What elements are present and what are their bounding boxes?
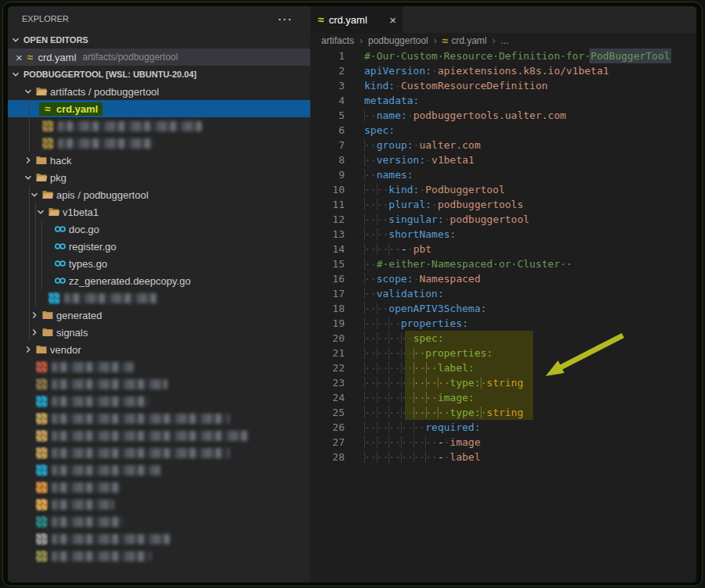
code-line-text[interactable]: ············image:	[345, 390, 474, 405]
line-number[interactable]: 3	[310, 78, 345, 93]
line-number[interactable]: 11	[310, 197, 345, 212]
code-line-text[interactable]: ····openAPIV3Schema:	[345, 301, 487, 316]
code-line-text[interactable]: ··#·either·Namespaced·or·Cluster··	[345, 256, 572, 271]
line-number[interactable]: 1	[310, 48, 345, 63]
line-number[interactable]: 10	[310, 182, 345, 197]
code-line-text[interactable]: ····singular:·podbuggertool	[345, 212, 529, 227]
code-line-text[interactable]: ············label:	[345, 360, 474, 375]
open-editors-header[interactable]: OPEN EDITORS	[8, 31, 310, 48]
tree-item-redacted[interactable]	[8, 134, 310, 152]
code-line-text[interactable]: ········spec:	[345, 331, 444, 346]
tree-item-redacted[interactable]	[8, 530, 310, 547]
code-line-text[interactable]: ············-·image	[345, 435, 481, 450]
line-number[interactable]: 12	[310, 212, 345, 227]
line-number[interactable]: 25	[310, 405, 345, 420]
open-editor-item-crd-yaml[interactable]: × ≈ crd.yaml artifacts/podbuggertool	[8, 48, 310, 66]
code-line-text[interactable]: spec:	[345, 123, 395, 138]
tab-crd-yaml[interactable]: ≈ crd.yaml ×	[310, 6, 403, 33]
code-line-text[interactable]: ··name:·podbuggertools.ualter.com	[345, 108, 566, 123]
tree-item-pkg[interactable]: pkg	[8, 169, 310, 186]
code-line-text[interactable]: ····plural:·podbuggertools	[345, 197, 524, 212]
tree-item-redacted[interactable]	[8, 375, 310, 393]
close-icon[interactable]: ×	[389, 14, 396, 26]
tree-item-v1beta1[interactable]: v1beta1	[8, 203, 310, 220]
code-line-text[interactable]: ··········properties:	[345, 346, 492, 360]
code-line-text[interactable]: ··validation:	[345, 286, 444, 301]
breadcrumb-item-...[interactable]: ...	[501, 35, 509, 46]
code-line-text[interactable]: ··group:·ualter.com	[345, 138, 481, 152]
tree-item-apis-podbuggertool[interactable]: apis / podbuggertool	[8, 186, 310, 203]
code-line-text[interactable]: ··version:·v1beta1	[345, 152, 474, 167]
tree-item-redacted[interactable]	[8, 117, 310, 134]
code-line-text[interactable]: ··············type:·string	[345, 375, 524, 390]
tree-item-redacted[interactable]	[8, 444, 310, 461]
line-number[interactable]: 6	[310, 123, 345, 138]
line-number[interactable]: 28	[310, 450, 345, 464]
tree-item-redacted[interactable]	[8, 547, 310, 565]
chevron-right-icon[interactable]	[28, 327, 41, 338]
tree-item-crd.yaml[interactable]: ≈crd.yaml	[8, 100, 310, 117]
line-number[interactable]: 21	[310, 346, 345, 360]
code-line-text[interactable]: kind:·CustomResourceDefinition	[345, 78, 548, 93]
line-number[interactable]: 8	[310, 152, 345, 167]
code-line-text[interactable]: ··············type:·string	[345, 405, 524, 420]
code-line-text[interactable]: #·Our·Custom·Resource·Definition·for·Pod…	[345, 48, 670, 63]
breadcrumb-item-artifacts[interactable]: artifacts	[321, 35, 354, 46]
tree-item-signals[interactable]: signals	[8, 324, 310, 341]
line-number[interactable]: 17	[310, 286, 345, 301]
tree-item-vendor[interactable]: vendor	[8, 341, 310, 358]
project-section-header[interactable]: PODBUGGERTOOL [WSL: UBUNTU-20.04]	[8, 66, 310, 83]
line-number[interactable]: 13	[310, 227, 345, 242]
line-number[interactable]: 9	[310, 167, 345, 182]
line-number[interactable]: 27	[310, 435, 345, 450]
code-line-text[interactable]: ··scope:·Namespaced	[345, 271, 481, 286]
chevron-right-icon[interactable]	[22, 344, 34, 355]
tree-item-redacted[interactable]	[8, 461, 310, 479]
tree-item-redacted[interactable]	[8, 427, 310, 444]
chevron-down-icon[interactable]	[34, 206, 47, 217]
code-line-text[interactable]: ······properties:	[345, 316, 468, 331]
tree-item-hack[interactable]: hack	[8, 152, 310, 169]
chevron-right-icon[interactable]	[28, 310, 41, 321]
line-number[interactable]: 24	[310, 390, 345, 405]
code-line-text[interactable]: apiVersion:·apiextensions.k8s.io/v1beta1	[345, 63, 609, 78]
line-number[interactable]: 20	[310, 331, 345, 346]
tree-item-redacted[interactable]	[8, 393, 310, 410]
line-number[interactable]: 4	[310, 93, 345, 108]
code-line-text[interactable]: ············-·label	[345, 450, 481, 464]
code-line-text[interactable]: ··names:	[345, 167, 413, 182]
line-number[interactable]: 22	[310, 360, 345, 375]
tree-item-redacted[interactable]	[8, 358, 310, 375]
tree-item-types.go[interactable]: types.go	[8, 255, 310, 272]
code-line-text[interactable]: ······-·pbt	[345, 242, 431, 256]
tree-item-doc.go[interactable]: doc.go	[8, 220, 310, 238]
chevron-right-icon[interactable]	[22, 155, 34, 166]
line-number[interactable]: 2	[310, 63, 345, 78]
chevron-down-icon[interactable]	[28, 189, 41, 200]
tree-item-register.go[interactable]: register.go	[8, 238, 310, 255]
line-number[interactable]: 18	[310, 301, 345, 316]
tree-item-artifacts-podbuggertool[interactable]: artifacts / podbuggertool	[8, 83, 310, 100]
chevron-down-icon[interactable]	[22, 172, 34, 183]
code-line-text[interactable]: ····kind:·Podbuggertool	[345, 182, 505, 197]
line-number[interactable]: 23	[310, 375, 345, 390]
tree-item-redacted[interactable]	[8, 410, 310, 427]
breadcrumb-item-podbuggertool[interactable]: podbuggertool	[368, 35, 428, 46]
close-icon[interactable]: ×	[16, 52, 23, 63]
line-number[interactable]: 15	[310, 256, 345, 271]
line-number[interactable]: 7	[310, 138, 345, 152]
line-number[interactable]: 14	[310, 242, 345, 256]
breadcrumb-item-crd.yaml[interactable]: ≈crd.yaml	[442, 35, 487, 46]
tree-item-redacted[interactable]	[8, 513, 310, 530]
line-number[interactable]: 19	[310, 316, 345, 331]
tree-item-zz-generated.deepcopy.go[interactable]: zz_generated.deepcopy.go	[8, 272, 310, 289]
tree-item-redacted[interactable]	[8, 289, 310, 307]
code-line-text[interactable]: ··········required:	[345, 420, 481, 435]
chevron-down-icon[interactable]	[22, 86, 34, 97]
tree-item-generated[interactable]: generated	[8, 307, 310, 324]
tree-item-redacted[interactable]	[8, 479, 310, 496]
tree-item-redacted[interactable]	[8, 496, 310, 513]
line-number[interactable]: 26	[310, 420, 345, 435]
code-line-text[interactable]: metadata:	[345, 93, 419, 108]
line-number[interactable]: 5	[310, 108, 345, 123]
